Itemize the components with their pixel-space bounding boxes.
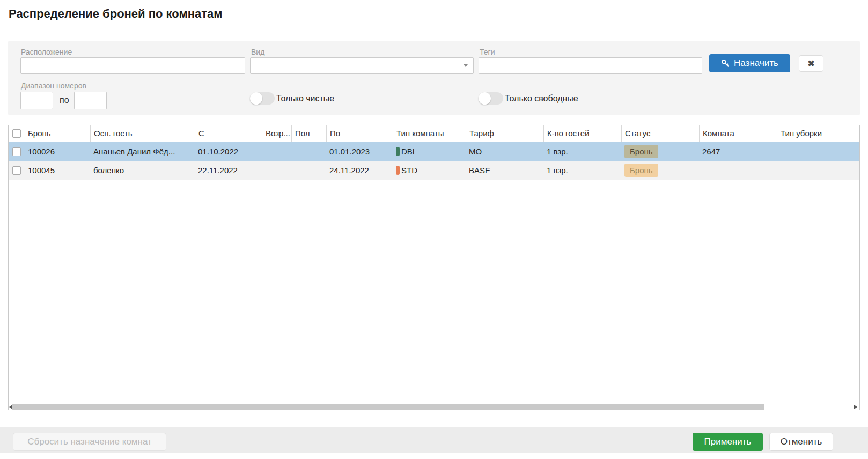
column-header-tariff[interactable]: Тариф (466, 125, 543, 142)
range-label: Диапазон номеров (21, 82, 86, 90)
page-title: Распределение броней по комнатам (9, 7, 223, 21)
room-type-label: STD (401, 166, 417, 175)
cell-tariff: МО (466, 147, 543, 156)
chevron-down-icon[interactable] (464, 64, 468, 67)
column-header-status[interactable]: Статус (621, 125, 699, 142)
column-header-room[interactable]: Комната (699, 125, 777, 142)
cell-room-type: STD (393, 166, 466, 175)
cell-date-to: 01.01.2023 (326, 147, 393, 156)
cell-date-to: 24.11.2022 (326, 166, 393, 175)
bookings-table: Бронь Осн. гость С Возр... Пол По Тип ко… (8, 125, 860, 410)
room-type-color-marker (396, 147, 400, 156)
key-icon (721, 59, 730, 68)
room-type-color-marker (396, 166, 400, 175)
apply-button[interactable]: Применить (693, 433, 763, 451)
cell-guest-count: 1 взр. (543, 147, 621, 156)
row-checkbox[interactable] (12, 147, 21, 156)
table-row[interactable]: 100045 боленко 22.11.2022 24.11.2022 STD… (9, 161, 859, 180)
view-dropdown-input[interactable] (250, 57, 474, 74)
column-header-guest-count[interactable]: К-во гостей (543, 125, 621, 142)
column-header-guest[interactable]: Осн. гость (90, 125, 195, 142)
table-row[interactable]: 100026 Ананьев Данил Фёд... 01.10.2022 0… (9, 142, 859, 161)
close-icon: ✖ (807, 58, 814, 69)
column-header-cleaning[interactable]: Тип уборки (777, 125, 860, 142)
status-badge: Бронь (624, 164, 658, 177)
only-clean-toggle[interactable] (250, 92, 275, 105)
cell-guest: боленко (90, 166, 195, 175)
tags-label: Теги (480, 48, 495, 56)
tags-input[interactable] (479, 57, 702, 74)
cell-booking: 100045 (25, 166, 90, 175)
cell-tariff: BASE (466, 166, 543, 175)
column-header-booking[interactable]: Бронь (25, 125, 90, 142)
cell-guest: Ананьев Данил Фёд... (90, 147, 195, 156)
column-header-date-to[interactable]: По (326, 125, 393, 142)
column-header-sex[interactable]: Пол (291, 125, 326, 142)
reset-room-assignment-button[interactable]: Сбросить назначение комнат (13, 433, 166, 451)
clear-filters-button[interactable]: ✖ (799, 55, 823, 72)
only-clean-toggle-knob[interactable] (250, 92, 262, 105)
cell-date-from: 01.10.2022 (195, 147, 262, 156)
row-checkbox-cell (9, 147, 25, 156)
range-separator-label: по (60, 95, 69, 105)
only-clean-label: Только чистые (276, 94, 334, 103)
only-free-label: Только свободные (505, 94, 578, 103)
row-checkbox[interactable] (12, 166, 21, 175)
status-badge: Бронь (624, 145, 658, 158)
horizontal-scrollbar-thumb[interactable] (12, 404, 764, 410)
cell-room: 2647 (699, 147, 777, 156)
only-free-toggle[interactable] (479, 92, 503, 105)
location-label: Расположение (21, 48, 72, 56)
location-input[interactable] (20, 57, 245, 74)
cancel-button[interactable]: Отменить (769, 433, 833, 451)
view-dropdown[interactable] (250, 57, 474, 74)
range-from-input[interactable] (20, 92, 53, 109)
table-header-row: Бронь Осн. гость С Возр... Пол По Тип ко… (9, 125, 859, 142)
assign-button[interactable]: Назначить (709, 54, 790, 72)
cell-date-from: 22.11.2022 (195, 166, 262, 175)
only-free-toggle-knob[interactable] (479, 92, 491, 105)
cell-guest-count: 1 взр. (543, 166, 621, 175)
scroll-right-arrow-icon[interactable] (854, 405, 857, 409)
cell-room-type: DBL (393, 147, 466, 156)
column-header-room-type[interactable]: Тип комнаты (393, 125, 466, 142)
filter-panel: Расположение Вид Теги Назначить ✖ Диапаз… (8, 41, 860, 115)
select-all-checkbox[interactable] (12, 129, 21, 138)
cell-status: Бронь (621, 145, 699, 158)
column-header-age[interactable]: Возр... (262, 125, 291, 142)
row-checkbox-cell (9, 166, 25, 175)
room-type-label: DBL (401, 147, 417, 156)
column-header-date-from[interactable]: С (195, 125, 262, 142)
cell-booking: 100026 (25, 147, 90, 156)
select-all-cell (9, 125, 25, 142)
view-label: Вид (251, 48, 264, 56)
assign-button-label: Назначить (734, 58, 778, 69)
range-to-input[interactable] (74, 92, 107, 109)
cell-status: Бронь (621, 164, 699, 177)
